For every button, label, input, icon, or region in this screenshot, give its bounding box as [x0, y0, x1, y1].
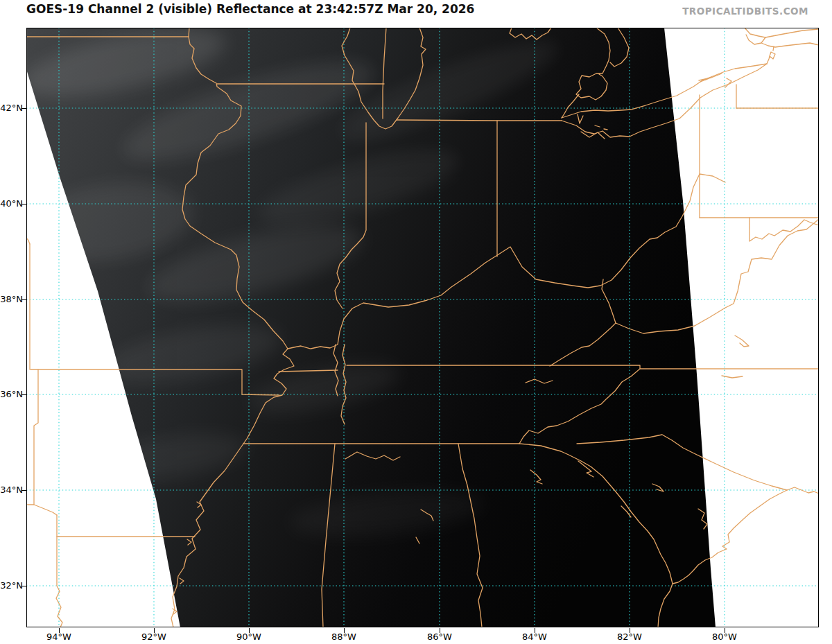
border-tx-ar-red-river: [26, 505, 57, 515]
lon-tick-mark: [630, 628, 630, 633]
satellite-map: [26, 28, 819, 627]
lon-tick-label: 82°W: [607, 632, 652, 643]
watermark: TROPICALTIDBITS.COM: [682, 6, 808, 17]
lon-tick-label: 88°W: [322, 632, 366, 643]
lon-tick-label: 90°W: [227, 632, 271, 643]
lon-tick-mark: [59, 628, 60, 633]
river-potomac-md: [749, 218, 819, 241]
lat-tick-mark: [21, 394, 26, 395]
lon-tick-label: 86°W: [417, 632, 462, 643]
lat-tick-mark: [21, 204, 26, 204]
lake-ontario-upper-shore: [745, 28, 819, 37]
lat-tick-mark: [21, 108, 26, 109]
lon-tick-label: 80°W: [702, 632, 747, 643]
niagara-river-grand-island: [767, 46, 775, 64]
lat-tick-label: 38°N: [0, 294, 23, 305]
lon-tick-mark: [344, 628, 345, 633]
border-tx-la-sabine: [56, 515, 62, 627]
map-canvas: [26, 28, 819, 627]
border-ar-west: [34, 369, 38, 505]
lake-ontario-lower-shore: [746, 35, 819, 47]
lat-tick-label: 40°N: [0, 198, 23, 209]
lat-tick-label: 32°N: [0, 580, 23, 591]
lat-tick-mark: [21, 299, 26, 300]
lon-tick-label: 94°W: [37, 632, 81, 643]
lon-tick-mark: [249, 628, 250, 633]
lon-tick-mark: [440, 628, 440, 633]
lat-tick-label: 34°N: [0, 485, 23, 496]
coast-nc: [787, 487, 819, 494]
lon-tick-mark: [154, 628, 155, 633]
lon-tick-mark: [725, 628, 725, 633]
lon-tick-label: 92°W: [132, 632, 176, 643]
kerr-lake: [722, 376, 743, 378]
smith-mountain-lake: [735, 336, 749, 347]
lat-tick-label: 42°N: [0, 103, 23, 114]
lat-tick-label: 36°N: [0, 389, 23, 400]
satellite-viewer: GOES-19 Channel 2 (visible) Reflectance …: [0, 0, 832, 644]
lon-tick-label: 84°W: [512, 632, 557, 643]
lat-tick-mark: [21, 490, 26, 491]
lat-tick-mark: [21, 586, 26, 586]
lon-tick-mark: [535, 628, 535, 633]
page-title: GOES-19 Channel 2 (visible) Reflectance …: [26, 2, 474, 16]
long-point-spit: [699, 73, 722, 82]
